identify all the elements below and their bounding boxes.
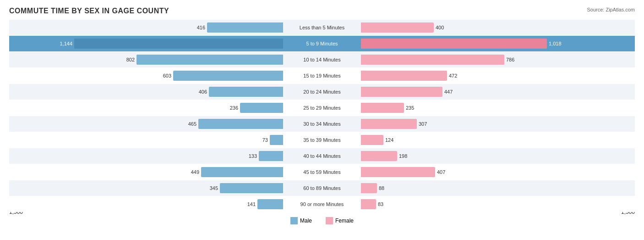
male-bar (220, 183, 283, 193)
row-left-section: 133 (9, 148, 322, 164)
male-value: 141 (247, 201, 256, 207)
female-value: 124 (385, 137, 393, 143)
male-bar (173, 71, 283, 81)
male-bar (207, 22, 283, 33)
female-bar (361, 151, 397, 161)
female-bar (361, 71, 447, 81)
female-value: 472 (449, 73, 457, 78)
chart-row: 40644720 to 24 Minutes (9, 84, 635, 100)
male-value: 465 (188, 121, 196, 127)
chart-row: 1418390 or more Minutes (9, 196, 635, 212)
row-right-section: 407 (322, 164, 635, 180)
male-bar (201, 167, 283, 177)
male-value: 802 (126, 57, 135, 62)
row-center-label: 30 to 34 Minutes (285, 121, 359, 127)
female-value: 447 (444, 89, 453, 95)
row-center-label: 40 to 44 Minutes (285, 153, 359, 159)
row-left-section: 465 (9, 116, 322, 132)
row-left-section: 141 (9, 196, 322, 212)
male-value: 449 (191, 169, 199, 175)
row-left-section: 73 (9, 132, 322, 148)
row-right-section: 124 (322, 132, 635, 148)
female-value: 407 (437, 169, 445, 175)
male-bar (270, 135, 283, 145)
legend-female-box (326, 217, 333, 224)
row-center-label: 10 to 14 Minutes (285, 57, 359, 62)
chart-row: 23623525 to 29 Minutes (9, 100, 635, 116)
male-value: 416 (197, 25, 205, 30)
male-value: 406 (199, 89, 207, 95)
source-text: Source: ZipAtlas.com (587, 7, 635, 12)
row-left-section: 345 (9, 180, 322, 196)
male-bar (198, 119, 283, 129)
male-value: 1,144 (60, 41, 72, 46)
male-bar (259, 151, 283, 161)
male-bar (257, 199, 283, 209)
row-right-section: 786 (322, 52, 635, 67)
female-bar (361, 55, 504, 65)
row-left-section: 416 (9, 20, 322, 35)
female-value: 1,018 (549, 41, 562, 46)
male-value: 236 (230, 105, 238, 111)
female-value: 400 (436, 25, 444, 30)
chart-container: COMMUTE TIME BY SEX IN GAGE COUNTY Sourc… (0, 0, 644, 240)
row-center-label: 5 to 9 Minutes (285, 41, 359, 46)
male-bar (209, 87, 283, 97)
chart-row: 3458860 to 89 Minutes (9, 180, 635, 196)
chart-row: 7312435 to 39 Minutes (9, 132, 635, 148)
female-bar (361, 199, 376, 209)
female-bar (361, 103, 404, 113)
male-value: 345 (210, 185, 218, 191)
female-value: 83 (378, 201, 383, 207)
row-left-section: 603 (9, 68, 322, 84)
row-right-section: 83 (322, 196, 635, 212)
row-center-label: Less than 5 Minutes (285, 25, 359, 30)
legend-female: Female (326, 217, 354, 224)
chart-title: COMMUTE TIME BY SEX IN GAGE COUNTY (9, 7, 635, 15)
row-right-section: 1,018 (322, 36, 635, 51)
row-center-label: 45 to 59 Minutes (285, 169, 359, 175)
chart-row: 416400Less than 5 Minutes (9, 20, 635, 35)
row-center-label: 90 or more Minutes (285, 201, 359, 207)
row-right-section: 307 (322, 116, 635, 132)
chart-row: 80278610 to 14 Minutes (9, 52, 635, 67)
row-center-label: 20 to 24 Minutes (285, 89, 359, 95)
female-bar (361, 167, 435, 177)
female-value: 235 (406, 105, 414, 111)
chart-row: 44940745 to 59 Minutes (9, 164, 635, 180)
row-left-section: 802 (9, 52, 322, 67)
male-bar (240, 103, 283, 113)
row-center-label: 15 to 19 Minutes (285, 73, 359, 78)
female-value: 198 (399, 153, 407, 159)
female-value: 307 (419, 121, 427, 127)
male-value: 133 (249, 153, 257, 159)
male-value: 73 (262, 137, 268, 143)
row-right-section: 235 (322, 100, 635, 116)
row-left-section: 1,144 (9, 36, 322, 51)
female-bar (361, 87, 442, 97)
row-right-section: 198 (322, 148, 635, 164)
row-left-section: 406 (9, 84, 322, 100)
chart-row: 1,1441,0185 to 9 Minutes (9, 36, 635, 51)
female-bar (361, 39, 547, 49)
female-bar (361, 22, 434, 33)
male-bar (74, 39, 283, 49)
chart-row: 13319840 to 44 Minutes (9, 148, 635, 164)
legend-male-box (290, 217, 298, 224)
row-right-section: 400 (322, 20, 635, 35)
row-left-section: 236 (9, 100, 322, 116)
female-value: 786 (506, 57, 514, 62)
female-bar (361, 135, 383, 145)
row-center-label: 35 to 39 Minutes (285, 137, 359, 143)
row-right-section: 447 (322, 84, 635, 100)
female-bar (361, 183, 377, 193)
female-bar (361, 119, 417, 129)
legend-female-label: Female (335, 218, 354, 224)
row-right-section: 88 (322, 180, 635, 196)
legend: Male Female (9, 217, 635, 224)
legend-male-label: Male (300, 218, 312, 224)
legend-male: Male (290, 217, 312, 224)
male-value: 603 (163, 73, 171, 78)
bars-area: 416400Less than 5 Minutes1,1441,0185 to … (9, 20, 635, 207)
male-bar (136, 55, 283, 65)
